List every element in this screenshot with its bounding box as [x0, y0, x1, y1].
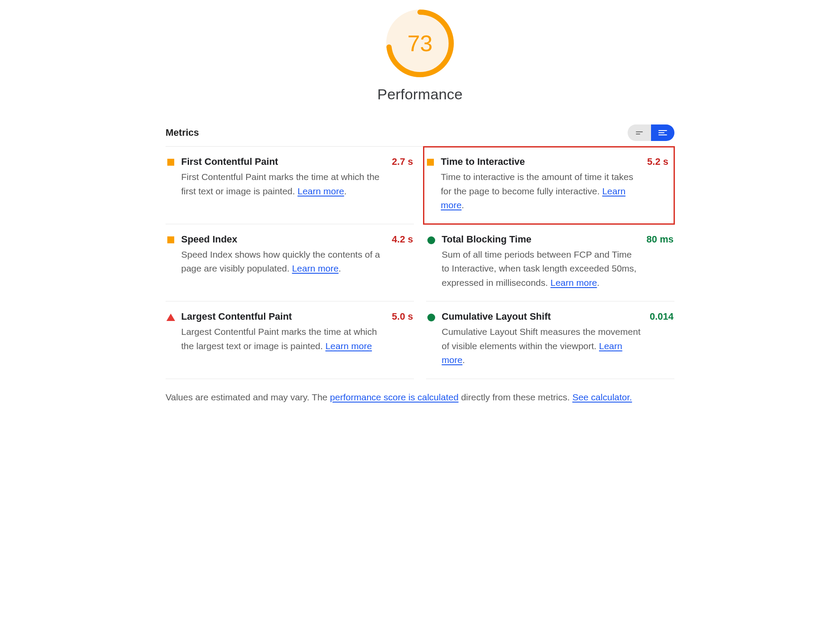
view-expanded-button[interactable]	[651, 124, 674, 141]
metrics-grid: First Contentful Paint First Contentful …	[166, 146, 674, 379]
metric-title: Time to Interactive	[441, 156, 640, 167]
metric-value: 5.0 s	[385, 311, 413, 367]
compact-icon	[636, 131, 643, 134]
metric-title: Speed Index	[181, 234, 385, 245]
status-icon	[166, 314, 175, 367]
metric-description: Sum of all time periods between FCP and …	[442, 248, 640, 290]
score-value: 73	[385, 9, 455, 78]
metric-value: 0.014	[643, 311, 674, 367]
metric-value: 5.2 s	[640, 156, 668, 213]
circle-good-icon	[427, 236, 435, 244]
metric-title: First Contentful Paint	[181, 156, 385, 167]
metric-tbt: Total Blocking Time Sum of all time peri…	[426, 224, 674, 302]
metric-title: Total Blocking Time	[442, 234, 640, 245]
metric-value: 2.7 s	[385, 156, 413, 213]
metric-fcp: First Contentful Paint First Contentful …	[166, 147, 414, 224]
status-icon	[166, 159, 175, 213]
status-icon	[427, 314, 436, 367]
square-average-icon	[427, 159, 434, 166]
triangle-fail-icon	[166, 314, 175, 321]
metric-description: Time to interactive is the amount of tim…	[441, 170, 640, 213]
metric-cls: Cumulative Layout Shift Cumulative Layou…	[426, 301, 674, 379]
expanded-icon	[658, 130, 667, 135]
metric-description: First Contentful Paint marks the time at…	[181, 170, 385, 198]
learn-more-link[interactable]: Learn more	[292, 263, 339, 273]
metric-title: Cumulative Layout Shift	[442, 311, 643, 322]
score-calc-link[interactable]: performance score is calculated	[330, 392, 458, 402]
performance-gauge: 73 Performance	[166, 9, 674, 103]
view-compact-button[interactable]	[628, 124, 651, 141]
learn-more-link[interactable]: Learn more	[297, 186, 344, 196]
metric-title: Largest Contentful Paint	[181, 311, 385, 322]
metric-value: 80 ms	[640, 234, 674, 290]
learn-more-link[interactable]: Learn more	[326, 341, 372, 351]
metrics-heading: Metrics	[166, 127, 199, 138]
circle-good-icon	[427, 314, 435, 321]
see-calculator-link[interactable]: See calculator.	[572, 392, 632, 402]
metric-lcp: Largest Contentful Paint Largest Content…	[166, 301, 414, 379]
square-average-icon	[167, 159, 174, 166]
learn-more-link[interactable]: Learn more	[550, 278, 597, 288]
metric-si: Speed Index Speed Index shows how quickl…	[166, 224, 414, 302]
status-icon	[427, 236, 436, 290]
metric-value: 4.2 s	[385, 234, 413, 290]
view-toggle	[628, 124, 674, 141]
status-icon	[426, 159, 435, 213]
metric-description: Cumulative Layout Shift measures the mov…	[442, 325, 643, 367]
status-icon	[166, 236, 175, 290]
score-gauge: 73	[385, 9, 455, 78]
metric-description: Largest Contentful Paint marks the time …	[181, 325, 385, 353]
metric-description: Speed Index shows how quickly the conten…	[181, 248, 385, 276]
footnote: Values are estimated and may vary. The p…	[166, 390, 674, 405]
category-title: Performance	[378, 86, 463, 103]
metric-tti: Time to Interactive Time to interactive …	[423, 147, 674, 224]
square-average-icon	[167, 236, 174, 243]
